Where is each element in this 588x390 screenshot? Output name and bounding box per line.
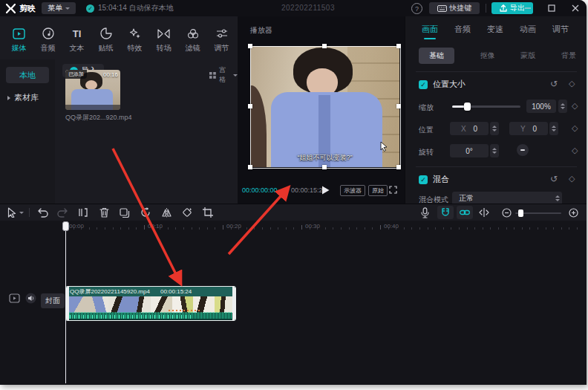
tab-media[interactable]: 媒体 <box>4 21 33 53</box>
tab-animation[interactable]: 动画 <box>520 24 536 39</box>
freeze-frame-icon[interactable] <box>119 207 131 218</box>
autosave-text: 15:04:14 自动保存本地 <box>98 3 174 13</box>
record-voice-icon[interactable] <box>419 207 431 218</box>
tab-audio-settings[interactable]: 音频 <box>454 24 471 39</box>
split-icon[interactable] <box>77 207 89 218</box>
app-window: 剪映 菜单 ✓ 15:04:14 自动保存本地 202202211503 ? 快… <box>0 0 587 385</box>
subtab-keying[interactable]: 抠像 <box>480 51 495 61</box>
play-button[interactable] <box>321 186 330 195</box>
selection-handle[interactable] <box>248 104 252 108</box>
subtab-mask[interactable]: 蒙版 <box>520 51 535 61</box>
tab-picture[interactable]: 画面 <box>422 24 438 39</box>
position-x-field[interactable]: X 0 <box>450 122 489 135</box>
slider-knob[interactable] <box>464 103 471 111</box>
magnetic-snap-toggle[interactable] <box>437 206 454 219</box>
tab-text[interactable]: TI 文本 <box>62 21 91 53</box>
sidebar-item-library[interactable]: 素材库 <box>7 92 39 103</box>
sidebar-item-local[interactable]: 本地 <box>6 67 49 83</box>
cover-button[interactable]: 封面 <box>41 293 65 308</box>
mirror-icon[interactable] <box>160 207 172 218</box>
subtab-background[interactable]: 背景 <box>561 51 576 61</box>
media-icon <box>13 27 25 40</box>
beat-markers <box>169 310 200 311</box>
keyframe-icon[interactable]: ◇ <box>572 102 578 110</box>
checkbox-checked-icon[interactable]: ✓ <box>419 80 428 89</box>
selection-handle[interactable] <box>248 165 252 169</box>
keyframe-icon[interactable]: ◇ <box>572 124 578 132</box>
scale-label: 缩放 <box>419 103 434 113</box>
tab-transition-label: 转场 <box>157 43 172 53</box>
y-stepper[interactable] <box>549 122 558 135</box>
topbar-divider <box>486 4 486 13</box>
shortcuts-button[interactable]: 快捷键 <box>429 2 480 14</box>
current-time: 00:00:00:00 <box>242 186 278 194</box>
media-item-thumbnail[interactable]: 已添加 00:16 <box>65 70 120 110</box>
scale-value-field[interactable]: 100% <box>526 100 556 113</box>
x-stepper[interactable] <box>490 122 499 135</box>
tab-adjust[interactable]: 调节 <box>207 21 236 53</box>
delete-icon[interactable] <box>98 207 110 218</box>
scope-button[interactable]: 示波器 <box>340 185 365 196</box>
tab-adjustment[interactable]: 调节 <box>552 24 569 39</box>
scale-slider[interactable] <box>452 105 520 108</box>
tab-audio[interactable]: 音频 <box>33 21 62 53</box>
subtab-basic[interactable]: 基础 <box>419 48 454 64</box>
timeline-clip[interactable]: QQ录屏20220221145920.mp4 00:00:15:24 <box>65 286 236 321</box>
selection-handle[interactable] <box>322 44 327 48</box>
video-track-icon[interactable] <box>9 293 20 303</box>
scale-stepper[interactable] <box>558 100 567 113</box>
ruler-label: 00:00 <box>69 223 84 230</box>
keyframe-icon[interactable]: ◇ <box>569 79 575 88</box>
selection-handle[interactable] <box>322 165 327 169</box>
select-tool-dropdown[interactable] <box>18 207 25 218</box>
preview-axis-icon[interactable] <box>478 207 490 218</box>
playhead-handle[interactable] <box>62 221 69 231</box>
help-icon[interactable]: ? <box>411 3 422 14</box>
select-tool-icon[interactable] <box>6 207 18 218</box>
tab-filter[interactable]: 滤镜 <box>178 21 207 53</box>
timeline-zoom-knob[interactable] <box>518 209 523 217</box>
tab-transition[interactable]: 转场 <box>149 21 178 53</box>
rotate-icon[interactable] <box>181 207 193 218</box>
keyframe-icon[interactable]: ◇ <box>569 175 575 183</box>
preview-video[interactable]: “姐姐不可以变装?” <box>250 46 399 167</box>
checkbox-checked-icon[interactable]: ✓ <box>419 175 428 184</box>
linkage-toggle[interactable] <box>457 206 473 219</box>
rotate-value-field[interactable]: 0° <box>450 144 489 157</box>
check-icon: ✓ <box>86 4 94 13</box>
timeline-area: 00:00 00:10 00:20 00:30 00:40 封面 QQ录屏202… <box>0 221 587 385</box>
view-mode-control[interactable]: 宫格 <box>209 65 238 85</box>
selection-handle[interactable] <box>396 165 401 169</box>
selection-handle[interactable] <box>396 44 401 48</box>
minimize-button[interactable] <box>518 0 538 16</box>
maximize-button[interactable] <box>542 0 561 16</box>
player-panel: 播放器 “姐姐不可以变装?” 00:00:00:00 00:00:15:24 <box>238 16 405 204</box>
redo-icon[interactable] <box>56 207 68 218</box>
position-y-field[interactable]: Y 0 <box>509 122 548 135</box>
playhead-line <box>65 221 66 383</box>
timeline-ruler[interactable] <box>65 227 582 230</box>
clip-trim-handle-right[interactable] <box>232 287 235 320</box>
tab-effects[interactable]: 特效 <box>120 21 149 53</box>
media-item-card[interactable]: 已添加 00:16 QQ录屏202...920.mp4 <box>65 70 120 123</box>
keyframe-icon[interactable]: ◇ <box>572 146 578 155</box>
zoom-in-icon[interactable] <box>567 207 579 218</box>
menu-button[interactable]: 菜单 <box>42 2 76 14</box>
selection-handle[interactable] <box>396 104 401 108</box>
aspect-ratio-button[interactable]: 原始 <box>368 185 388 196</box>
reset-icon[interactable]: ↺ <box>550 79 558 88</box>
tab-speed[interactable]: 变速 <box>487 24 503 39</box>
reverse-icon[interactable] <box>140 207 151 218</box>
selection-handle[interactable] <box>248 44 252 48</box>
zoom-out-icon[interactable] <box>500 207 512 218</box>
reset-icon[interactable]: ↺ <box>550 175 558 183</box>
fullscreen-icon[interactable] <box>389 186 397 194</box>
tab-sticker[interactable]: 贴纸 <box>91 21 120 53</box>
crop-icon[interactable] <box>202 207 214 218</box>
rotate-knob[interactable] <box>517 144 529 156</box>
clip-trim-handle-left[interactable] <box>66 287 69 320</box>
rotate-stepper[interactable] <box>490 144 499 157</box>
undo-icon[interactable] <box>37 207 49 218</box>
mute-track-icon[interactable] <box>25 293 36 304</box>
close-button[interactable] <box>566 0 585 16</box>
